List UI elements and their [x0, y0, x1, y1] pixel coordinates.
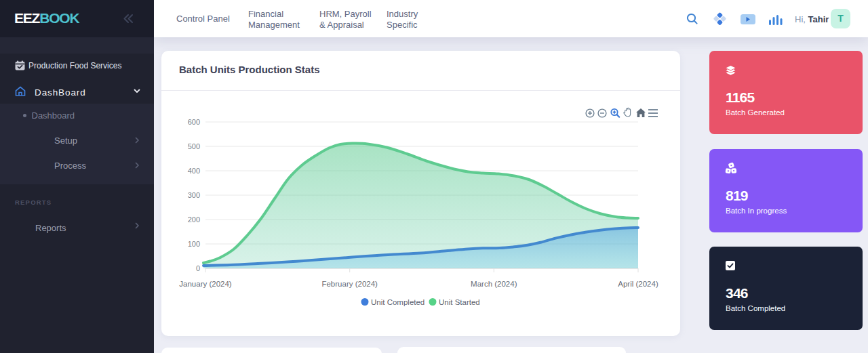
svg-text:Unit Started: Unit Started: [439, 298, 480, 306]
svg-text:March (2024): March (2024): [471, 280, 517, 288]
svg-text:300: 300: [188, 191, 200, 199]
svg-text:100: 100: [188, 240, 200, 248]
svg-text:600: 600: [188, 118, 200, 126]
svg-text:0: 0: [196, 264, 200, 272]
svg-text:Unit Completed: Unit Completed: [371, 298, 425, 306]
svg-text:January (2024): January (2024): [179, 280, 232, 288]
svg-text:500: 500: [188, 142, 200, 150]
svg-text:February (2024): February (2024): [321, 280, 378, 288]
svg-text:200: 200: [188, 215, 200, 224]
svg-text:April (2024): April (2024): [618, 280, 658, 288]
svg-text:400: 400: [188, 167, 200, 175]
